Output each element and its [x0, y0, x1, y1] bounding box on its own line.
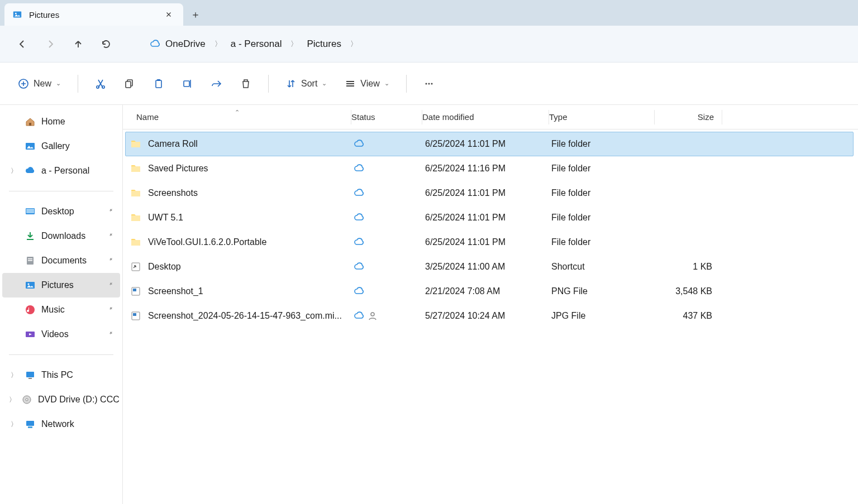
refresh-button[interactable]	[94, 32, 118, 56]
file-row[interactable]: Screenshots6/25/2024 11:01 PMFile folder	[125, 181, 854, 205]
view-button[interactable]: View ⌄	[339, 73, 394, 95]
chevron-right-icon[interactable]: 〉	[289, 39, 299, 49]
cloud-status-icon	[354, 188, 365, 199]
share-button[interactable]	[206, 73, 228, 95]
paste-icon	[153, 78, 164, 89]
nav-desktop[interactable]: Desktop	[2, 199, 120, 224]
close-tab-button[interactable]	[162, 8, 175, 21]
column-status[interactable]: Status	[351, 112, 422, 122]
new-button[interactable]: New ⌄	[12, 73, 66, 95]
file-date: 5/27/2024 10:24 AM	[422, 311, 548, 321]
sort-button[interactable]: Sort ⌄	[280, 73, 332, 95]
breadcrumb-personal[interactable]: a - Personal	[225, 35, 288, 53]
file-type: JPG File	[548, 311, 653, 321]
cloud-status-icon	[354, 237, 365, 248]
up-button[interactable]	[66, 32, 90, 56]
file-status	[351, 310, 422, 321]
nav-videos[interactable]: Videos	[2, 322, 120, 347]
rename-button[interactable]	[177, 73, 199, 95]
file-name: Camera Roll	[148, 139, 198, 149]
nav-dvd-drive-d-ccc[interactable]: 〉DVD Drive (D:) CCC	[2, 387, 120, 412]
file-date: 6/25/2024 11:01 PM	[422, 139, 548, 149]
file-row[interactable]: Screenshot_2024-05-26-14-15-47-963_com.m…	[125, 304, 854, 328]
nav-home[interactable]: Home	[2, 109, 120, 134]
forward-button[interactable]	[38, 32, 63, 56]
column-name[interactable]: Name⌃	[123, 112, 351, 122]
nav-network[interactable]: 〉Network	[2, 412, 120, 436]
documents-icon	[25, 255, 36, 266]
cut-button[interactable]	[89, 73, 112, 95]
file-row[interactable]: Desktop3/25/2024 11:00 AMShortcut1 KB	[125, 255, 854, 279]
share-icon	[211, 78, 222, 89]
pin-icon	[107, 232, 115, 241]
chevron-right-icon[interactable]: 〉	[9, 420, 19, 429]
dvd-icon	[21, 394, 32, 405]
file-status	[351, 163, 422, 174]
chevron-right-icon[interactable]: 〉	[349, 39, 359, 49]
new-tab-button[interactable]: ＋	[183, 3, 208, 26]
cloud-status-icon	[354, 212, 365, 223]
network-icon	[25, 419, 36, 430]
music-icon	[25, 304, 36, 315]
folder-icon	[130, 212, 141, 223]
file-type: File folder	[548, 188, 653, 198]
nav-music[interactable]: Music	[2, 297, 120, 322]
file-row[interactable]: Saved Pictures6/25/2024 11:16 PMFile fol…	[125, 156, 854, 181]
cloud-status-icon	[354, 261, 365, 272]
file-name: Saved Pictures	[148, 164, 208, 174]
file-type: PNG File	[548, 286, 653, 296]
sort-indicator-icon: ⌃	[235, 109, 240, 116]
file-date: 3/25/2024 11:00 AM	[422, 262, 548, 272]
image-icon	[130, 286, 141, 297]
file-date: 6/25/2024 11:01 PM	[422, 188, 548, 198]
file-row[interactable]: Camera Roll6/25/2024 11:01 PMFile folder	[125, 132, 854, 156]
column-headers: Name⌃ Status Date modified Type Size	[123, 105, 858, 129]
column-size[interactable]: Size	[655, 112, 722, 122]
rename-icon	[182, 78, 193, 89]
file-date: 6/25/2024 11:01 PM	[422, 237, 548, 247]
pin-icon	[107, 281, 115, 290]
breadcrumb-onedrive[interactable]: OneDrive	[144, 35, 211, 53]
copy-button[interactable]	[118, 73, 141, 95]
file-size: 437 KB	[653, 311, 720, 321]
home-icon	[25, 116, 36, 127]
chevron-right-icon[interactable]: 〉	[9, 395, 16, 405]
chevron-down-icon: ⌄	[56, 80, 61, 87]
desktop-icon	[25, 206, 36, 217]
chevron-right-icon[interactable]: 〉	[9, 166, 19, 176]
plus-icon	[18, 78, 29, 89]
nav-gallery[interactable]: Gallery	[2, 134, 120, 159]
more-button[interactable]	[418, 73, 440, 95]
tab-active[interactable]: Pictures	[4, 3, 183, 26]
cloud-status-icon	[354, 163, 365, 174]
chevron-right-icon[interactable]: 〉	[9, 371, 19, 380]
nav-pictures[interactable]: Pictures	[2, 273, 120, 297]
back-button[interactable]	[10, 32, 35, 56]
navigation-pane: HomeGallery〉a - PersonalDesktopDownloads…	[0, 105, 123, 504]
column-date[interactable]: Date modified	[422, 112, 549, 122]
nav-this-pc[interactable]: 〉This PC	[2, 363, 120, 387]
breadcrumb-pictures[interactable]: Pictures	[301, 35, 346, 53]
pin-icon	[107, 256, 115, 265]
nav-downloads[interactable]: Downloads	[2, 224, 120, 248]
file-row[interactable]: UWT 5.16/25/2024 11:01 PMFile folder	[125, 205, 854, 230]
paste-button[interactable]	[147, 73, 170, 95]
nav-documents[interactable]: Documents	[2, 248, 120, 273]
copy-icon	[124, 78, 135, 89]
file-row[interactable]: ViVeTool.GUI.1.6.2.0.Portable6/25/2024 1…	[125, 230, 854, 255]
delete-button[interactable]	[235, 73, 257, 95]
file-row[interactable]: Screenshot_12/21/2024 7:08 AMPNG File3,5…	[125, 279, 854, 304]
cloud-status-icon	[354, 138, 365, 150]
downloads-icon	[25, 231, 36, 242]
folder-icon	[130, 163, 141, 174]
column-type[interactable]: Type	[549, 112, 654, 122]
file-type: Shortcut	[548, 262, 653, 272]
nav-a - personal[interactable]: 〉a - Personal	[2, 159, 120, 183]
breadcrumb: OneDrive 〉 a - Personal 〉 Pictures 〉	[144, 35, 359, 53]
file-date: 2/21/2024 7:08 AM	[422, 286, 548, 296]
chevron-right-icon[interactable]: 〉	[213, 39, 223, 49]
cloud-status-icon	[354, 286, 365, 297]
file-name: Screenshot_2024-05-26-14-15-47-963_com.m…	[148, 311, 342, 321]
tab-bar: Pictures ＋	[0, 0, 858, 26]
file-name: Screenshots	[148, 188, 198, 198]
